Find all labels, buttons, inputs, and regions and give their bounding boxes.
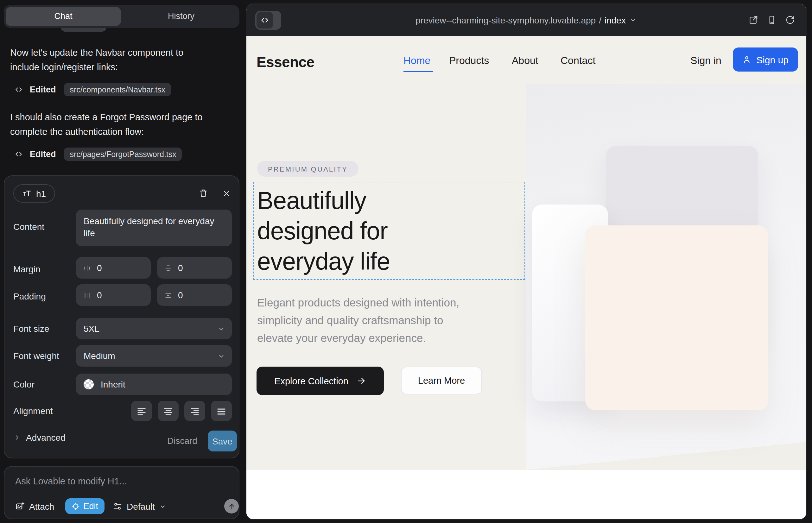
margin-vertical-input[interactable]: 0 bbox=[157, 257, 232, 278]
padding-horizontal-value: 0 bbox=[97, 290, 102, 300]
element-editor-panel: h1 Content Beautifully designed for ever… bbox=[4, 175, 240, 458]
margin-vertical-value: 0 bbox=[178, 263, 183, 273]
close-panel-button[interactable] bbox=[219, 186, 233, 200]
edited-file-row: Edited src/pages/ForgotPassword.tsx bbox=[15, 147, 182, 161]
signin-link[interactable]: Sign in bbox=[690, 55, 721, 67]
composer: Ask Lovable to modify H1... Attach Edit … bbox=[4, 466, 240, 519]
url-page: index bbox=[604, 15, 626, 25]
chat-message-line: Now let's update the Navbar component to bbox=[10, 46, 236, 60]
advanced-toggle[interactable]: Advanced bbox=[13, 432, 66, 443]
margin-horizontal-input[interactable]: 0 bbox=[76, 257, 151, 278]
browser-bar: preview--charming-site-symphony.lovable.… bbox=[246, 4, 806, 36]
align-right-button[interactable] bbox=[184, 401, 205, 421]
edit-label: Edit bbox=[83, 502, 98, 511]
sliders-icon bbox=[113, 502, 122, 511]
signup-button[interactable]: Sign up bbox=[733, 48, 798, 72]
default-label: Default bbox=[127, 501, 155, 511]
code-icon bbox=[260, 16, 269, 25]
headline-line: designed for bbox=[257, 216, 390, 246]
padding-horizontal-icon bbox=[83, 291, 91, 299]
nav-link-contact[interactable]: Contact bbox=[561, 55, 595, 67]
browser-actions bbox=[749, 4, 795, 36]
discard-button[interactable]: Discard bbox=[167, 436, 197, 446]
chevron-down-icon bbox=[159, 502, 167, 510]
nav-link-products[interactable]: Products bbox=[449, 55, 489, 67]
refresh-button[interactable] bbox=[785, 15, 795, 25]
file-chip[interactable]: src/pages/ForgotPassword.tsx bbox=[64, 147, 182, 161]
align-left-icon bbox=[136, 405, 147, 416]
padding-horizontal-input[interactable]: 0 bbox=[76, 284, 151, 306]
tab-history[interactable]: History bbox=[123, 7, 240, 26]
open-in-new-tab-button[interactable] bbox=[749, 15, 758, 25]
close-icon bbox=[222, 188, 231, 198]
composer-input[interactable]: Ask Lovable to modify H1... bbox=[15, 476, 127, 486]
hero-cta-row: Explore Collection Learn More bbox=[257, 366, 482, 395]
code-segment bbox=[257, 12, 273, 29]
content-textarea[interactable]: Beautifully designed for everyday life bbox=[76, 210, 232, 246]
save-button[interactable]: Save bbox=[208, 431, 237, 451]
chat-sidebar: ·· Chat History Now let's update the Nav… bbox=[0, 0, 246, 523]
attach-label: Attach bbox=[29, 501, 54, 511]
subtext-line: simplicity and quality craftsmanship to bbox=[257, 311, 459, 329]
code-view-toggle[interactable] bbox=[255, 11, 281, 30]
align-justify-button[interactable] bbox=[211, 401, 232, 421]
subtext-line: elevate your everyday experience. bbox=[257, 329, 459, 347]
color-label: Color bbox=[13, 379, 35, 390]
edit-mode-button[interactable]: Edit bbox=[65, 498, 105, 514]
chat-history-tabs: Chat History bbox=[4, 5, 240, 28]
send-button[interactable] bbox=[224, 499, 239, 513]
premium-quality-badge: PREMIUM QUALITY bbox=[257, 161, 358, 177]
align-center-button[interactable] bbox=[158, 401, 179, 421]
nav-link-home[interactable]: Home bbox=[404, 55, 430, 67]
tab-chat[interactable]: Chat bbox=[6, 7, 121, 26]
margin-horizontal-value: 0 bbox=[97, 263, 102, 273]
attach-button[interactable]: Attach bbox=[15, 501, 54, 511]
delete-element-button[interactable] bbox=[196, 186, 210, 200]
font-size-select[interactable]: 5XL bbox=[76, 318, 232, 339]
file-chip[interactable]: src/components/Navbar.tsx bbox=[64, 83, 171, 96]
chevron-down-icon bbox=[629, 16, 637, 24]
site-logo[interactable]: Essence bbox=[257, 54, 315, 71]
align-right-icon bbox=[189, 405, 200, 416]
mobile-preview-button[interactable] bbox=[767, 15, 777, 25]
nav-link-about[interactable]: About bbox=[512, 55, 539, 67]
chevron-right-icon bbox=[13, 434, 21, 441]
content-label: Content bbox=[13, 222, 44, 232]
url-domain: preview--charming-site-symphony.lovable.… bbox=[416, 15, 596, 25]
align-left-button[interactable] bbox=[131, 401, 152, 421]
typography-icon bbox=[22, 189, 32, 198]
explore-collection-label: Explore Collection bbox=[274, 376, 348, 386]
element-tag-label: h1 bbox=[36, 188, 46, 198]
hero-subtext: Elegant products designed with intention… bbox=[257, 294, 459, 347]
hero-headline[interactable]: Beautifully designed for everyday life bbox=[257, 185, 390, 277]
composer-toolbar: Attach Edit Default bbox=[15, 498, 167, 514]
arrow-up-icon bbox=[228, 502, 235, 510]
model-default-dropdown[interactable]: Default bbox=[113, 501, 167, 511]
color-swatch bbox=[84, 379, 94, 390]
arrow-right-icon bbox=[357, 376, 366, 385]
font-size-label: Font size bbox=[13, 324, 49, 334]
learn-more-button[interactable]: Learn More bbox=[401, 366, 482, 395]
font-size-value: 5XL bbox=[84, 324, 100, 334]
padding-label: Padding bbox=[13, 291, 46, 301]
font-weight-select[interactable]: Medium bbox=[76, 345, 232, 366]
headline-line: Beautifully bbox=[257, 185, 390, 216]
font-weight-value: Medium bbox=[84, 351, 115, 361]
padding-vertical-input[interactable]: 0 bbox=[157, 284, 232, 306]
padding-vertical-icon bbox=[164, 291, 172, 299]
color-select[interactable]: Inherit bbox=[76, 374, 232, 395]
element-tag-pill[interactable]: h1 bbox=[13, 184, 55, 203]
active-nav-underline bbox=[404, 71, 433, 72]
site-preview: Essence Home Products About Contact Sign… bbox=[246, 36, 806, 519]
url-dropdown[interactable]: preview--charming-site-symphony.lovable.… bbox=[246, 4, 806, 36]
explore-collection-button[interactable]: Explore Collection bbox=[257, 366, 384, 395]
chat-message-line: I should also create a Forgot Password p… bbox=[10, 110, 236, 125]
attach-image-icon bbox=[15, 502, 25, 511]
chat-message-line: include login/register links: bbox=[10, 60, 236, 75]
trash-icon bbox=[198, 188, 208, 198]
preview-window: preview--charming-site-symphony.lovable.… bbox=[246, 4, 806, 519]
advanced-label: Advanced bbox=[26, 432, 66, 443]
align-justify-icon bbox=[216, 405, 227, 416]
margin-vertical-icon bbox=[164, 264, 172, 272]
code-icon bbox=[15, 86, 23, 94]
